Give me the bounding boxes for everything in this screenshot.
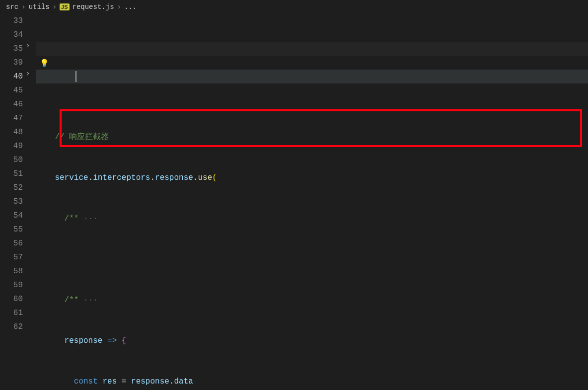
line-number: 50 xyxy=(0,153,23,167)
line-number-gutter: 33 34 35 39 40 45 46 47 48 49 50 51 52 5… xyxy=(0,14,36,390)
text-cursor xyxy=(75,71,76,82)
line-number: 58 xyxy=(0,264,23,278)
code-line[interactable]: response => { xyxy=(36,334,588,348)
code-line[interactable]: // 响应拦截器 xyxy=(36,130,588,144)
code-line-folded[interactable]: /** ··· xyxy=(36,293,588,307)
breadcrumb-sep-icon: › xyxy=(117,3,121,11)
fold-collapsed-icon[interactable]: › xyxy=(26,42,30,50)
breadcrumb-tail[interactable]: ... xyxy=(124,3,137,11)
line-number: 33 xyxy=(0,14,23,28)
breadcrumb-sep-icon: › xyxy=(21,3,25,11)
line-number: 62 xyxy=(0,320,23,334)
code-area[interactable]: 💡 // 响应拦截器 service.interceptors.response… xyxy=(36,14,588,390)
js-file-icon: JS xyxy=(60,3,69,10)
line-number: 59 xyxy=(0,278,23,292)
line-number: 61 xyxy=(0,306,23,320)
line-number: 52 xyxy=(0,181,23,195)
line-number: 35 xyxy=(0,42,23,56)
line-number: 34 xyxy=(0,28,23,42)
breadcrumb-sep-icon: › xyxy=(53,3,57,11)
code-line-folded[interactable]: /** ··· xyxy=(36,212,588,226)
line-number: 55 xyxy=(0,223,23,236)
breadcrumb-file[interactable]: request.js xyxy=(73,3,114,11)
breadcrumb: src › utils › JS request.js › ... xyxy=(0,0,588,14)
lightbulb-icon[interactable]: 💡 xyxy=(40,59,49,68)
breadcrumb-seg-src[interactable]: src xyxy=(6,3,18,11)
code-line[interactable]: service.interceptors.response.use( xyxy=(36,171,588,185)
line-number: 53 xyxy=(0,195,23,209)
line-number: 45 xyxy=(0,83,23,97)
line-number: 54 xyxy=(0,209,23,223)
line-number: 60 xyxy=(0,292,23,306)
line-number: 56 xyxy=(0,236,23,250)
line-number: 51 xyxy=(0,167,23,181)
line-number: 48 xyxy=(0,125,23,139)
folded-region-bg xyxy=(36,70,588,83)
line-number: 39 xyxy=(0,56,23,70)
line-number: 47 xyxy=(0,111,23,125)
code-line[interactable] xyxy=(36,252,588,266)
line-number-current: 40 xyxy=(0,70,23,83)
code-line[interactable]: const res = response.data xyxy=(36,375,588,389)
line-number: 46 xyxy=(0,97,23,111)
line-number: 57 xyxy=(0,250,23,264)
code-editor[interactable]: 33 34 35 39 40 45 46 47 48 49 50 51 52 5… xyxy=(0,14,588,390)
breadcrumb-seg-utils[interactable]: utils xyxy=(29,3,50,11)
line-number: 49 xyxy=(0,139,23,153)
folded-region-bg xyxy=(36,42,588,56)
fold-collapsed-icon[interactable]: › xyxy=(26,70,30,78)
